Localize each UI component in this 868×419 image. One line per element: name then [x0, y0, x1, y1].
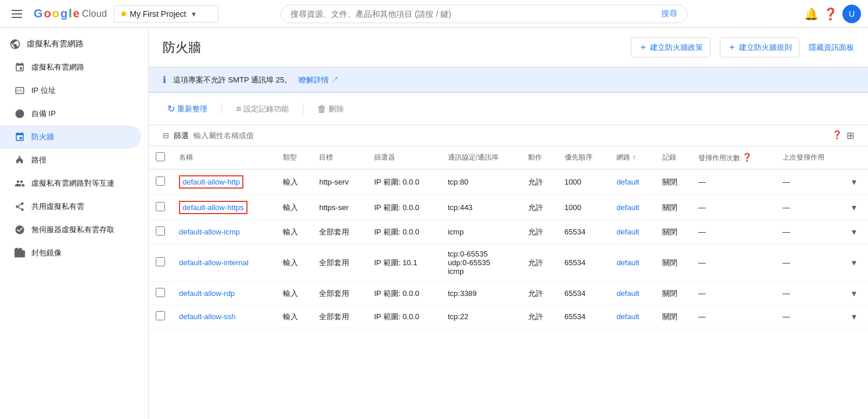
help-icon[interactable]: ❓: [823, 7, 838, 21]
table-row: default-allow-rdp輸入全部套用IP 範圍: 0.0.0tcp:3…: [149, 282, 868, 305]
row-1-name-link[interactable]: default-allow-https: [182, 203, 244, 212]
row-5-priority-cell: 65534: [558, 305, 610, 328]
sidebar-item-packet[interactable]: 封包鏡像: [0, 241, 141, 265]
search-button[interactable]: 搜尋: [661, 9, 677, 19]
sidebar-item-shared[interactable]: 共用虛擬私有雲: [0, 195, 141, 218]
row-3-last-hit-cell: —: [776, 244, 845, 282]
table-header-row: 名稱 類型 目標 篩選器 通訊協定/通訊埠 動作 優先順序 網路 ↑ 記錄 發揮…: [149, 146, 868, 169]
create-rule-button[interactable]: ＋ 建立防火牆規則: [720, 37, 799, 57]
sidebar-section-title[interactable]: 虛擬私有雲網路: [0, 32, 148, 56]
logging-button[interactable]: ≡ 設定記錄功能: [231, 100, 293, 118]
row-4-checkbox[interactable]: [156, 288, 165, 297]
filter-label: 篩選: [174, 131, 189, 141]
col-name: 名稱: [172, 146, 276, 169]
info-learn-more-link[interactable]: 瞭解詳情 ↗: [299, 75, 339, 85]
row-2-name-link[interactable]: default-allow-icmp: [179, 227, 240, 236]
hit-count-help-icon[interactable]: ❓: [742, 153, 752, 162]
sidebar-item-routes-label: 路徑: [31, 155, 46, 165]
google-cloud-logo[interactable]: Google Cloud: [34, 7, 107, 20]
sidebar-item-firewall[interactable]: 防火牆: [0, 125, 141, 149]
row-3-network-link[interactable]: default: [616, 258, 639, 267]
row-0-checkbox-cell: [149, 169, 172, 195]
row-1-expand-button[interactable]: ▾: [852, 202, 856, 213]
row-5-expand-button[interactable]: ▾: [852, 311, 856, 322]
create-policy-button[interactable]: ＋ 建立防火牆政策: [631, 37, 711, 57]
row-4-network-link[interactable]: default: [616, 289, 639, 298]
row-0-type-cell: 輸入: [276, 169, 312, 195]
row-0-network-link[interactable]: default: [616, 178, 639, 186]
row-4-expand-button[interactable]: ▾: [852, 288, 856, 299]
row-3-checkbox[interactable]: [156, 257, 165, 266]
avatar[interactable]: U: [842, 5, 861, 23]
row-4-hit-count-cell: —: [691, 282, 776, 305]
row-4-protocol_port-cell: tcp:3389: [441, 282, 522, 305]
sidebar-item-serverless[interactable]: 無伺服器虛擬私有雲存取: [0, 218, 141, 241]
row-0-target-cell: http-serv: [312, 169, 367, 195]
search-bar: 搜尋: [281, 5, 687, 23]
row-5-checkbox-cell: [149, 305, 172, 328]
refresh-button[interactable]: ↻ 重新整理: [163, 100, 212, 118]
sidebar: 虛擬私有雲網路 虛擬私有雲網路 IP 位址 自備 IP 防火牆: [0, 28, 149, 419]
vpc-section-icon: [9, 38, 21, 50]
row-2-network-cell: default: [609, 221, 655, 244]
row-3-name-link[interactable]: default-allow-internal: [179, 258, 249, 267]
col-protocol-port: 通訊協定/通訊埠: [441, 146, 522, 169]
col-hit-count: 發揮作用次數 ❓: [691, 146, 776, 169]
row-1-type-cell: 輸入: [276, 195, 312, 221]
row-5-checkbox[interactable]: [156, 311, 165, 320]
ip-icon: [14, 85, 26, 96]
toolbar: ↻ 重新整理 ≡ 設定記錄功能 🗑 刪除: [149, 93, 868, 125]
hamburger-menu[interactable]: [7, 5, 27, 23]
filter-input[interactable]: [193, 131, 827, 140]
sidebar-item-peering[interactable]: 虛擬私有雲網路對等互連: [0, 172, 141, 195]
row-1-checkbox[interactable]: [156, 202, 165, 211]
row-2-hit-count-cell: —: [691, 221, 776, 244]
col-last-hit: 上次發揮作用: [776, 146, 845, 169]
row-4-name-link[interactable]: default-allow-rdp: [179, 289, 235, 298]
project-selector[interactable]: My First Project ▾: [114, 5, 218, 23]
sidebar-item-vpc[interactable]: 虛擬私有雲網路: [0, 56, 141, 79]
sidebar-item-ip[interactable]: IP 位址: [0, 79, 141, 102]
row-1-network-link[interactable]: default: [616, 203, 639, 212]
row-3-expand-button[interactable]: ▾: [852, 257, 856, 268]
filter-help-icon[interactable]: ❓: [832, 130, 842, 141]
create-rule-label: 建立防火牆規則: [739, 42, 792, 53]
row-2-checkbox[interactable]: [156, 226, 165, 236]
main-content: 防火牆 ＋ 建立防火牆政策 ＋ 建立防火牆規則 隱藏資訊面板 ℹ 這項專案不允許…: [149, 28, 868, 419]
delete-button[interactable]: 🗑 刪除: [313, 100, 349, 118]
row-1-checkbox-cell: [149, 195, 172, 221]
search-input[interactable]: [290, 9, 657, 19]
col-select-all[interactable]: [149, 146, 172, 169]
hide-panel-link[interactable]: 隱藏資訊面板: [809, 42, 854, 53]
info-icon: ℹ: [163, 74, 166, 85]
row-2-expand-button[interactable]: ▾: [852, 226, 856, 237]
create-rule-plus-icon: ＋: [727, 41, 737, 53]
sidebar-item-routes[interactable]: 路徑: [0, 149, 141, 172]
row-0-action-cell: 允許: [521, 169, 557, 195]
row-5-name-link[interactable]: default-allow-ssh: [179, 312, 236, 321]
row-2-network-link[interactable]: default: [616, 227, 639, 236]
row-5-network-link[interactable]: default: [616, 312, 639, 321]
notifications-icon[interactable]: 🔔: [804, 7, 819, 21]
row-3-filter-cell: IP 範圍: 10.1: [367, 244, 441, 282]
row-2-filter-cell: IP 範圍: 0.0.0: [367, 221, 441, 244]
sidebar-section-label: 虛擬私有雲網路: [27, 39, 84, 49]
peering-icon: [14, 178, 26, 189]
row-1-target-cell: https-ser: [312, 195, 367, 221]
sidebar-item-byoip[interactable]: 自備 IP: [0, 102, 141, 125]
row-5-action-cell: 允許: [521, 305, 557, 328]
column-toggle-icon[interactable]: ⊞: [847, 130, 854, 141]
col-filter: 篩選器: [367, 146, 441, 169]
row-4-expand-cell: ▾: [845, 282, 868, 305]
page-title: 防火牆: [163, 39, 622, 56]
select-all-checkbox[interactable]: [156, 152, 165, 161]
row-0-name-link[interactable]: default-allow-http: [182, 178, 240, 186]
row-3-type-cell: 輸入: [276, 244, 312, 282]
row-4-network-cell: default: [609, 282, 655, 305]
col-target: 目標: [312, 146, 367, 169]
serverless-icon: [14, 224, 26, 236]
row-2-priority-cell: 65534: [558, 221, 610, 244]
row-0-expand-button[interactable]: ▾: [852, 176, 856, 187]
toolbar-separator-2: [303, 103, 303, 115]
row-0-checkbox[interactable]: [156, 176, 165, 186]
